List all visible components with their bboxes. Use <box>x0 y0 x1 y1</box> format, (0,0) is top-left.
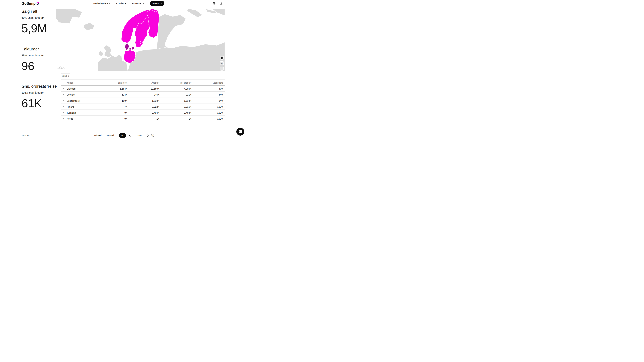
nav-item-label: Projekter <box>132 2 142 5</box>
europe-map[interactable]: + - <box>56 9 225 71</box>
period-toggle: Måned Kvartal År <box>94 133 126 138</box>
row-vaekstrate: -100% <box>61 112 223 114</box>
chevron-down-icon <box>160 3 162 4</box>
kpi-title: Salg i alt <box>22 9 58 14</box>
row-vaekstrate: -94% <box>61 100 223 102</box>
top-right-icons <box>212 2 223 5</box>
map-home-button[interactable] <box>220 56 224 60</box>
map-zoom-out-button[interactable]: - <box>220 67 224 70</box>
table-row-tyskland[interactable]: Tyskland 0K 2.494K -2.494K -100% <box>61 110 225 116</box>
row-vaekstrate: -100% <box>61 117 223 120</box>
map-controls: + - <box>220 56 224 70</box>
table-row-norge[interactable]: Norge 0K 1K -1K -100% <box>61 116 225 122</box>
map-canvas[interactable] <box>56 9 225 71</box>
land-sort-label: Land <box>62 75 67 77</box>
period-maaned-button[interactable]: Måned <box>94 134 102 137</box>
chevron-down-icon <box>125 3 126 4</box>
kpi-subtitle: 69% under året før <box>22 16 58 20</box>
map-watermark-logo <box>57 66 65 70</box>
logo-accent-o: o <box>36 2 39 6</box>
kpi-subtitle: 103% over året før <box>22 91 58 94</box>
map-country-danmark-island-1[interactable] <box>129 48 131 50</box>
nav-item-label: Medarbejdere <box>93 2 108 5</box>
table-row-sverige[interactable]: Sverige 124K 345K -221K -64% <box>61 92 225 98</box>
nav-item-finans-active[interactable]: Finans <box>150 1 164 6</box>
header-divider <box>22 6 225 7</box>
year-label: 2020 <box>136 134 142 137</box>
kpi-fakturaer: Fakturaer 85% under året før 96 <box>22 47 58 72</box>
nav-item-label: Kunder <box>116 2 124 5</box>
chat-icon <box>238 130 242 134</box>
row-vaekstrate: -47% <box>61 87 223 90</box>
table-row-danmark[interactable]: Danmark 5.654K 10.650K -4.996K -47% <box>61 86 225 92</box>
period-aar-button-active[interactable]: År <box>119 133 126 138</box>
chevron-right-icon[interactable] <box>147 134 149 137</box>
nav-item-kunder[interactable]: Kunder <box>116 2 126 5</box>
table-header-row: Kunde Faktureret Året før vs. året før V… <box>61 79 225 86</box>
info-glyph: i <box>152 134 153 136</box>
period-kvartal-button[interactable]: Kvartal <box>106 134 114 137</box>
year-navigation: 2020 <box>129 133 149 138</box>
company-name: TBA Inc. <box>22 134 30 137</box>
kpi-value: 61K <box>22 98 58 109</box>
map-country-finland[interactable] <box>146 10 159 38</box>
chevron-down-icon <box>109 3 110 4</box>
table-row-uspecificeret[interactable]: Uspecificeret 100K 1.733K -1.634K -94% <box>61 98 225 104</box>
map-country-danmark-island-2[interactable] <box>132 47 134 50</box>
info-icon[interactable]: i <box>151 134 154 137</box>
nav-item-medarbejdere[interactable]: Medarbejdere <box>93 2 110 5</box>
kpi-gns-ordrestoerrelse: Gns. ordrestørrelse 103% over året før 6… <box>22 84 58 109</box>
kpi-value: 96 <box>22 60 58 72</box>
kpi-value: 5,9M <box>22 23 58 34</box>
home-icon <box>221 57 223 59</box>
dashboard-page: GoSimplo Medarbejdere Kunder Projekter F… <box>0 0 246 138</box>
row-vaekstrate: -64% <box>61 93 223 96</box>
map-country-danmark[interactable] <box>125 43 129 50</box>
row-vaekstrate: -100% <box>61 106 223 108</box>
logo[interactable]: GoSimplo <box>22 2 39 6</box>
column-header-vaekstrate[interactable]: Vækstrate <box>61 82 223 84</box>
kpi-title: Fakturaer <box>22 47 58 52</box>
chevron-down-icon <box>143 3 144 4</box>
kpi-subtitle: 85% under året før <box>22 54 58 57</box>
kpi-salg-i-alt: Salg i alt 69% under året før 5,9M <box>22 9 58 34</box>
kpi-title: Gns. ordrestørrelse <box>22 84 58 88</box>
main-nav: Medarbejdere Kunder Projekter Finans <box>93 1 164 6</box>
table-row-finland[interactable]: Finland 7K 3.922K -3.915K -100% <box>61 104 225 110</box>
nav-item-label: Finans <box>152 2 160 5</box>
sort-down-icon: ↓ <box>68 75 69 77</box>
chat-launcher-button[interactable] <box>236 128 244 136</box>
map-zoom-in-button[interactable]: + <box>220 61 224 65</box>
land-sort-button[interactable]: Land ↓ <box>61 74 70 78</box>
nav-item-projekter[interactable]: Projekter <box>132 2 144 5</box>
gear-icon[interactable] <box>212 2 216 5</box>
user-icon[interactable] <box>220 2 223 5</box>
country-revenue-table: Kunde Faktureret Året før vs. året før V… <box>61 79 225 122</box>
logo-text: GoSimpl <box>22 2 36 6</box>
chevron-left-icon[interactable] <box>129 134 131 137</box>
